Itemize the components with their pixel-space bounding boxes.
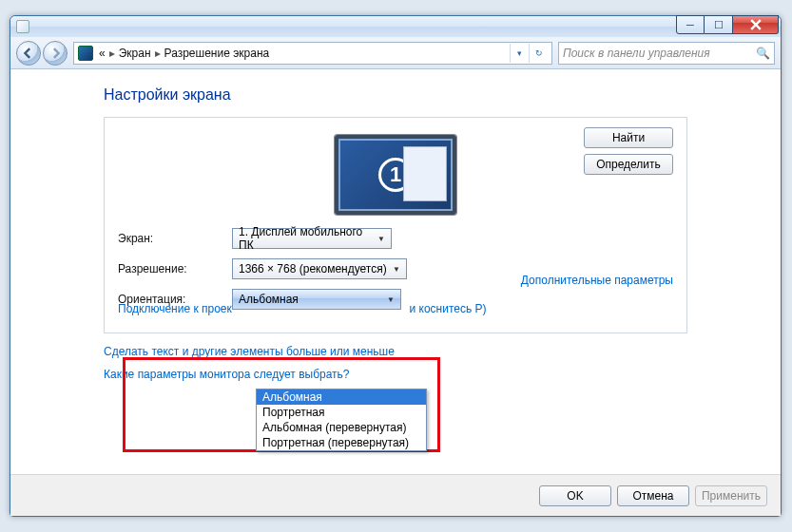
chevron-down-icon: ▼ [390, 262, 403, 276]
which-monitor-link[interactable]: Какие параметры монитора следует выбрать… [104, 368, 687, 381]
orientation-option[interactable]: Альбомная (перевернутая) [257, 420, 426, 435]
detect-button[interactable]: Определить [584, 154, 673, 175]
preview-window-icon [403, 146, 447, 201]
titlebar[interactable]: ─ ☐ [10, 16, 781, 37]
apply-button[interactable]: Применить [695, 485, 767, 506]
address-bar[interactable]: « ▸ Экран ▸ Разрешение экрана ▾ ↻ [73, 42, 552, 65]
forward-button[interactable] [43, 41, 68, 66]
content-area: Настройки экрана Найти Определить 1 Экра… [10, 69, 781, 474]
find-button[interactable]: Найти [584, 127, 673, 148]
window: ─ ☐ « ▸ Экран ▸ Разрешение экрана [10, 15, 782, 517]
window-icon [16, 20, 29, 33]
orientation-dropdown[interactable]: Альбомная Портретная Альбомная (переверн… [256, 389, 427, 451]
projector-link[interactable]: Подключение к проек xxxxxxxxxxxxxxxxxxxx… [118, 302, 487, 315]
search-placeholder: Поиск в панели управления [563, 47, 710, 60]
window-controls: ─ ☐ [676, 15, 779, 34]
refresh-icon[interactable]: ↻ [529, 44, 548, 63]
search-icon: 🔍 [756, 47, 770, 60]
orientation-option[interactable]: Портретная (перевернутая) [257, 435, 426, 450]
screen-value: 1. Дисплей мобильного ПК [239, 225, 374, 252]
maximize-button[interactable]: ☐ [705, 15, 733, 34]
breadcrumb-screen[interactable]: Экран [119, 47, 151, 60]
orientation-option[interactable]: Портретная [257, 405, 426, 420]
toolbar: « ▸ Экран ▸ Разрешение экрана ▾ ↻ Поиск … [10, 37, 781, 69]
back-button[interactable] [16, 41, 41, 66]
ok-button[interactable]: OK [539, 485, 611, 506]
text-size-link[interactable]: Сделать текст и другие элементы больше и… [104, 345, 687, 358]
chevron-down-icon: ▼ [375, 232, 388, 245]
orientation-option[interactable]: Альбомная [257, 390, 426, 405]
breadcrumb-back[interactable]: « [99, 47, 106, 60]
close-button[interactable] [733, 15, 779, 34]
breadcrumb-resolution[interactable]: Разрешение экрана [164, 47, 270, 60]
page-title: Настройки экрана [104, 86, 687, 104]
search-input[interactable]: Поиск в панели управления 🔍 [558, 42, 775, 65]
screen-select[interactable]: 1. Дисплей мобильного ПК ▼ [232, 228, 392, 249]
resolution-select[interactable]: 1366 × 768 (рекомендуется) ▼ [232, 258, 407, 279]
settings-panel: Найти Определить 1 Экран: 1. Дисплей моб… [104, 117, 687, 333]
chevron-right-icon: ▸ [109, 47, 115, 60]
address-dropdown-icon[interactable]: ▾ [510, 44, 529, 63]
screen-label: Экран: [118, 232, 232, 245]
monitor-preview[interactable]: 1 [335, 135, 456, 215]
resolution-value: 1366 × 768 (рекомендуется) [239, 262, 387, 276]
resolution-label: Разрешение: [118, 262, 232, 276]
chevron-right-icon: ▸ [155, 47, 161, 60]
minimize-button[interactable]: ─ [676, 15, 705, 34]
control-panel-icon [78, 46, 93, 61]
footer: OK Отмена Применить [10, 474, 781, 516]
advanced-settings-link[interactable]: Дополнительные параметры [521, 274, 673, 287]
cancel-button[interactable]: Отмена [617, 485, 689, 506]
